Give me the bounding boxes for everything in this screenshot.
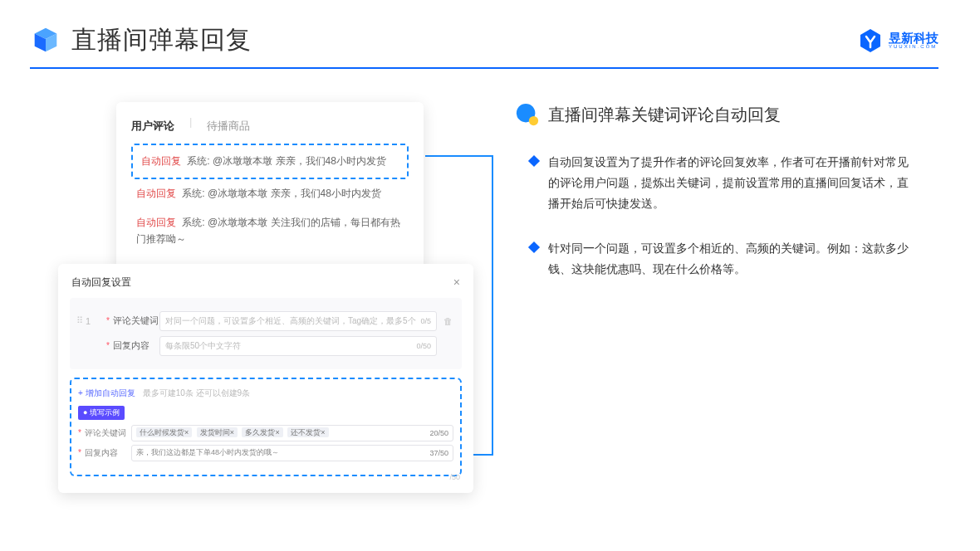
modal-header: 自动回复设置 × <box>70 272 462 298</box>
tabs: 用户评论 | 待播商品 <box>131 115 409 137</box>
close-icon[interactable]: × <box>453 276 460 289</box>
comment-prefix: 系统: <box>182 188 204 199</box>
tab-user-comments[interactable]: 用户评论 <box>131 115 174 137</box>
required-star: * <box>106 341 110 350</box>
index-box: ⠿ 1 <box>76 315 106 326</box>
bullet-icon <box>528 241 540 252</box>
highlighted-comment: 自动回复 系统: @冰墩墩本墩 亲亲，我们48小时内发货 <box>131 144 409 179</box>
example-content-value: 亲，我们这边都是下单48小时内发货的哦～ <box>136 447 279 458</box>
keyword-row: ⠿ 1 * 评论关键词 对同一个问题，可设置多个相近、高频的关键词，Tag确定，… <box>76 311 455 331</box>
connector-line <box>492 155 493 456</box>
content-count: 0/50 <box>416 342 431 350</box>
section-heading: 直播间弹幕关键词评论自动回复 <box>548 104 781 126</box>
auto-reply-tag: 自动回复 <box>141 155 181 167</box>
example-tag: 发货时间× <box>197 427 238 437</box>
example-tag: 什么时候发货× <box>136 427 192 437</box>
comment-row: 自动回复 系统: @冰墩墩本墩 关注我们的店铺，每日都有热门推荐呦～ <box>131 208 409 253</box>
example-tags: 什么时候发货× 发货时间× 多久发货× 还不发货× <box>136 427 331 438</box>
brand: 昱新科技 YUUXIN.COM <box>857 27 938 54</box>
bullet-item: 针对同一个问题，可设置多个相近的、高频的关键词。例如：这款多少钱、这块能优惠吗、… <box>515 238 938 280</box>
connector-line <box>425 155 492 157</box>
example-content-label: 回复内容 <box>85 447 131 459</box>
modal-title: 自动回复设置 <box>71 276 131 290</box>
svg-point-4 <box>529 116 538 125</box>
keyword-placeholder: 对同一个问题，可设置多个相近、高频的关键词，Tag确定，最多5个 <box>165 315 416 327</box>
tab-pending-products[interactable]: 待播商品 <box>207 115 250 137</box>
auto-reply-tag: 自动回复 <box>136 188 176 199</box>
heading-row: 直播间弹幕关键词评论自动回复 <box>515 102 938 127</box>
auto-reply-tag: 自动回复 <box>136 217 176 228</box>
page-title: 直播间弹幕回复 <box>71 23 252 57</box>
brand-subtitle: YUUXIN.COM <box>889 44 938 49</box>
example-keyword-label: 评论关键词 <box>85 427 131 439</box>
bullet-icon <box>528 155 540 167</box>
brand-name: 昱新科技 <box>889 32 938 44</box>
example-kw-count: 20/50 <box>429 429 448 437</box>
keyword-count: 0/5 <box>420 317 431 325</box>
comment-text: @冰墩墩本墩 亲亲，我们48小时内发货 <box>208 188 381 199</box>
example-keyword-row: * 评论关键词 什么时候发货× 发货时间× 多久发货× 还不发货× 20/50 <box>78 425 453 441</box>
right-column: 直播间弹幕关键词评论自动回复 自动回复设置为了提升作者的评论回复效率，作者可在开… <box>490 102 938 493</box>
content-input[interactable]: 每条限50个中文字符 0/50 <box>159 336 437 356</box>
faded-count: /50 <box>449 473 460 481</box>
tab-divider: | <box>189 115 192 137</box>
bullet-text: 自动回复设置为了提升作者的评论回复效率，作者可在开播前针对常见的评论用户问题，提… <box>548 152 914 215</box>
delete-icon[interactable]: 🗑 <box>443 316 455 326</box>
example-content: * 评论关键词 什么时候发货× 发货时间× 多久发货× 还不发货× 20/50 <box>78 425 453 461</box>
content-area: 用户评论 | 待播商品 自动回复 系统: @冰墩墩本墩 亲亲，我们48小时内发货… <box>0 69 980 493</box>
example-keyword-input[interactable]: 什么时候发货× 发货时间× 多久发货× 还不发货× 20/50 <box>131 425 453 441</box>
content-label: 回复内容 <box>113 339 159 352</box>
add-row: + 增加自动回复 最多可建10条 还可以创建9条 <box>78 388 453 399</box>
page-header: 直播间弹幕回复 昱新科技 YUUXIN.COM <box>0 0 980 67</box>
bullet-item: 自动回复设置为了提升作者的评论回复效率，作者可在开播前针对常见的评论用户问题，提… <box>515 152 938 215</box>
example-content-count: 37/50 <box>429 449 448 457</box>
required-star: * <box>78 428 81 437</box>
comment-prefix: 系统: <box>182 217 204 228</box>
example-badge: ● 填写示例 <box>78 406 125 420</box>
required-star: * <box>106 316 110 325</box>
keyword-input[interactable]: 对同一个问题，可设置多个相近、高频的关键词，Tag确定，最多5个 0/5 <box>159 311 437 331</box>
example-tag: 还不发货× <box>287 427 328 437</box>
index-number: 1 <box>86 316 91 326</box>
comment-row: 自动回复 系统: @冰墩墩本墩 亲亲，我们48小时内发货 <box>136 147 404 176</box>
cube-icon <box>30 25 61 56</box>
example-content-input[interactable]: 亲，我们这边都是下单48小时内发货的哦～ 37/50 <box>131 445 453 461</box>
chat-bubble-icon <box>515 102 540 127</box>
settings-card: 自动回复设置 × ⠿ 1 * 评论关键词 对同一个问题，可设置多个相近、高频的关… <box>58 264 473 493</box>
content-placeholder: 每条限50个中文字符 <box>165 340 241 352</box>
keyword-label: 评论关键词 <box>113 315 159 327</box>
example-block: + 增加自动回复 最多可建10条 还可以创建9条 ● 填写示例 * 评论关键词 … <box>70 378 462 476</box>
comment-row: 自动回复 系统: @冰墩墩本墩 亲亲，我们48小时内发货 <box>131 179 409 208</box>
example-tag: 多久发货× <box>242 427 282 437</box>
left-column: 用户评论 | 待播商品 自动回复 系统: @冰墩墩本墩 亲亲，我们48小时内发货… <box>58 102 490 493</box>
brand-logo-icon <box>857 27 884 54</box>
comment-text: @冰墩墩本墩 亲亲，我们48小时内发货 <box>213 155 386 167</box>
brand-text-block: 昱新科技 YUUXIN.COM <box>889 32 938 49</box>
setting-block: ⠿ 1 * 评论关键词 对同一个问题，可设置多个相近、高频的关键词，Tag确定，… <box>70 298 462 369</box>
drag-icon[interactable]: ⠿ <box>76 315 83 326</box>
add-auto-reply-link[interactable]: + 增加自动回复 <box>78 388 135 397</box>
header-left: 直播间弹幕回复 <box>30 23 252 57</box>
add-hint: 最多可建10条 还可以创建9条 <box>143 388 250 397</box>
example-content-row: * 回复内容 亲，我们这边都是下单48小时内发货的哦～ 37/50 <box>78 445 453 461</box>
comment-prefix: 系统: <box>187 155 209 167</box>
bullet-text: 针对同一个问题，可设置多个相近的、高频的关键词。例如：这款多少钱、这块能优惠吗、… <box>548 238 914 280</box>
comments-card: 用户评论 | 待播商品 自动回复 系统: @冰墩墩本墩 亲亲，我们48小时内发货… <box>116 102 424 271</box>
required-star: * <box>78 448 81 457</box>
content-row: * 回复内容 每条限50个中文字符 0/50 <box>76 336 455 356</box>
